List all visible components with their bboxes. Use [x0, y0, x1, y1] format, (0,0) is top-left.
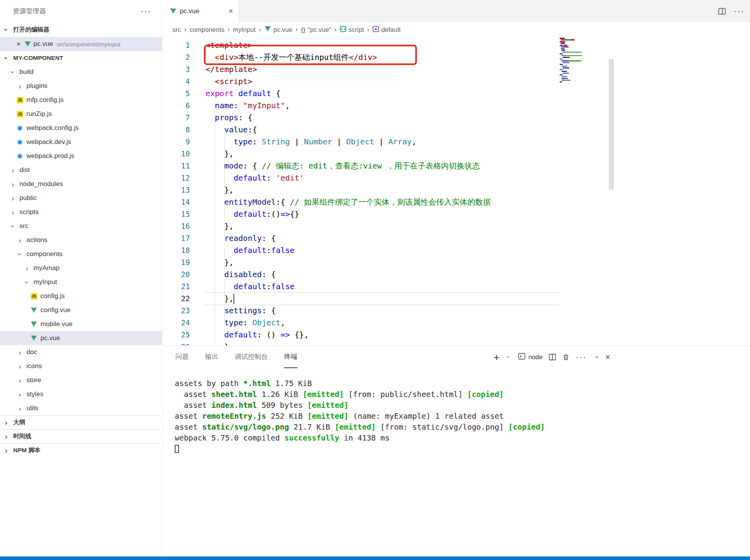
panel-more-actions-icon[interactable]: ···	[576, 352, 587, 362]
status-bar	[0, 556, 750, 560]
tab-label: pc.vue	[180, 7, 199, 15]
code-text: entityModel:{ // 如果组件绑定了一个实体，则该属性会传入实体的数…	[206, 196, 491, 208]
explorer-sidebar: 资源管理器 ··· › 打开的编辑器 × pc.vue src\componen…	[0, 0, 162, 556]
line-number: 15	[163, 208, 206, 220]
explorer-more-actions-icon[interactable]: ···	[141, 6, 151, 16]
minimap-line	[560, 67, 608, 68]
tree-item-pc.vue[interactable]: pc.vue	[0, 331, 162, 345]
tree-item-build[interactable]: ›build	[0, 65, 162, 79]
editor-group: pc.vue × ··· src›components›myInput›pc.v…	[163, 0, 750, 556]
panel-tab-1[interactable]: 输出	[205, 346, 218, 368]
tree-item-label: runZip.js	[26, 110, 52, 118]
chevron-right-icon: ›	[9, 181, 16, 188]
close-icon[interactable]: ×	[228, 7, 233, 16]
tree-item-styles[interactable]: ›styles	[0, 387, 162, 401]
minimap-line	[560, 80, 608, 81]
line-number: 8	[163, 124, 206, 136]
tree-item-label: build	[19, 68, 33, 76]
tree-item-mfp.config.js[interactable]: JSmfp.config.js	[0, 93, 162, 107]
code-text: },	[206, 293, 234, 305]
scrollbar-thumb[interactable]	[609, 59, 614, 190]
sidebar-section-timeline[interactable]: ›时间线	[0, 429, 162, 443]
minimap-line	[560, 46, 608, 47]
minimap-line	[560, 81, 608, 83]
breadcrumb-item-default[interactable]: default	[372, 26, 401, 34]
terminal-cursor-line	[175, 444, 750, 455]
tree-item-mobile.vue[interactable]: mobile.vue	[0, 317, 162, 331]
code-editor[interactable]: 1<template>2 <div>本地--开发一个基础input组件</div…	[163, 37, 750, 346]
terminal-profile[interactable]: node	[518, 353, 543, 362]
tree-item-public[interactable]: ›public	[0, 191, 162, 205]
editor-scrollbar[interactable]	[609, 59, 614, 135]
tree-item-runZip.js[interactable]: JSrunZip.js	[0, 107, 162, 121]
tree-item-src[interactable]: ›src	[0, 219, 162, 233]
code-text: settings: {	[206, 305, 276, 317]
code-text: },	[206, 148, 234, 160]
open-editor-name: pc.vue	[33, 40, 53, 48]
code-text: readonly: {	[206, 232, 276, 244]
breadcrumb-item-src[interactable]: src	[172, 26, 181, 33]
minimap-line	[560, 60, 608, 61]
open-editor-pc-vue[interactable]: × pc.vue src\components\myInput	[0, 37, 162, 51]
line-number: 9	[163, 136, 206, 148]
tree-item-config.vue[interactable]: config.vue	[0, 303, 162, 317]
section-label: 大纲	[13, 418, 25, 427]
code-line-13: 13 },	[163, 184, 750, 196]
maximize-panel-icon[interactable]: ›	[592, 354, 600, 360]
tree-item-scripts[interactable]: ›scripts	[0, 205, 162, 219]
tree-item-myAmap[interactable]: ›myAmap	[0, 261, 162, 275]
kill-terminal-icon[interactable]	[562, 353, 569, 361]
breadcrumb-item-pc.vue[interactable]: {}"pc.vue"	[301, 26, 331, 33]
new-terminal-button[interactable]: +	[494, 352, 499, 362]
panel-tab-2[interactable]: 调试控制台	[235, 346, 268, 368]
panel-tab-3[interactable]: 终端	[284, 346, 297, 368]
minimap-line	[560, 45, 608, 46]
sidebar-section-outline[interactable]: ›大纲	[0, 415, 162, 429]
breadcrumb-item-pc.vue[interactable]: pc.vue	[264, 25, 293, 34]
project-root-header[interactable]: › MY-COMPONENT	[0, 51, 162, 65]
tree-item-actions[interactable]: ›actions	[0, 233, 162, 247]
tree-item-icons[interactable]: ›icons	[0, 359, 162, 373]
minimap[interactable]	[560, 38, 608, 83]
sidebar-section-npm-scripts[interactable]: ›NPM 脚本	[0, 443, 162, 457]
tree-item-webpack.prod.js[interactable]: webpack.prod.js	[0, 149, 162, 163]
minimap-line	[560, 69, 608, 70]
breadcrumb-item-components[interactable]: components	[190, 26, 225, 33]
close-icon[interactable]: ×	[16, 40, 24, 48]
vue-file-icon	[170, 8, 177, 15]
tree-item-node_modules[interactable]: ›node_modules	[0, 177, 162, 191]
terminal-profile-dropdown-icon[interactable]: ›	[506, 354, 512, 360]
tab-pc-vue[interactable]: pc.vue ×	[163, 0, 239, 22]
terminal-output[interactable]: assets by path *.html 1.75 KiB asset she…	[163, 368, 750, 455]
close-panel-icon[interactable]: ×	[605, 352, 610, 362]
tree-item-config.js[interactable]: JSconfig.js	[0, 289, 162, 303]
tree-item-myInput[interactable]: ›myInput	[0, 275, 162, 289]
tree-item-dist[interactable]: ›dist	[0, 163, 162, 177]
tree-item-components[interactable]: ›components	[0, 247, 162, 261]
tree-item-store[interactable]: ›store	[0, 373, 162, 387]
panel-tab-0[interactable]: 问题	[176, 346, 189, 368]
code-text: default:false	[206, 281, 295, 293]
tree-item-webpack.config.js[interactable]: webpack.config.js	[0, 121, 162, 135]
split-terminal-icon[interactable]	[549, 353, 556, 361]
minimap-line	[560, 41, 608, 42]
code-text: disabled: {	[206, 269, 276, 281]
tree-item-utils[interactable]: ›utils	[0, 401, 162, 415]
line-number: 7	[163, 112, 206, 124]
tree-item-webpack.dev.js[interactable]: webpack.dev.js	[0, 135, 162, 149]
tree-item-label: src	[19, 222, 28, 230]
open-editors-header[interactable]: › 打开的编辑器	[0, 22, 162, 37]
breadcrumb-item-script[interactable]: script	[340, 26, 364, 34]
line-number: 17	[163, 232, 206, 244]
breadcrumb-item-myInput[interactable]: myInput	[233, 26, 256, 33]
chevron-down-icon: ›	[3, 55, 10, 61]
breadcrumb-separator: ›	[228, 26, 230, 33]
tree-item-doc[interactable]: ›doc	[0, 345, 162, 359]
more-actions-icon[interactable]: ···	[734, 6, 745, 16]
tree-item-label: myInput	[33, 278, 57, 286]
code-line-21: 21 default:false	[163, 281, 750, 293]
split-editor-icon[interactable]	[718, 7, 726, 15]
panel-header: 问题输出调试控制台终端 + › node	[163, 346, 750, 368]
tree-item-plugins[interactable]: ›plugins	[0, 79, 162, 93]
terminal-line: assets by path *.html 1.75 KiB	[175, 378, 750, 389]
